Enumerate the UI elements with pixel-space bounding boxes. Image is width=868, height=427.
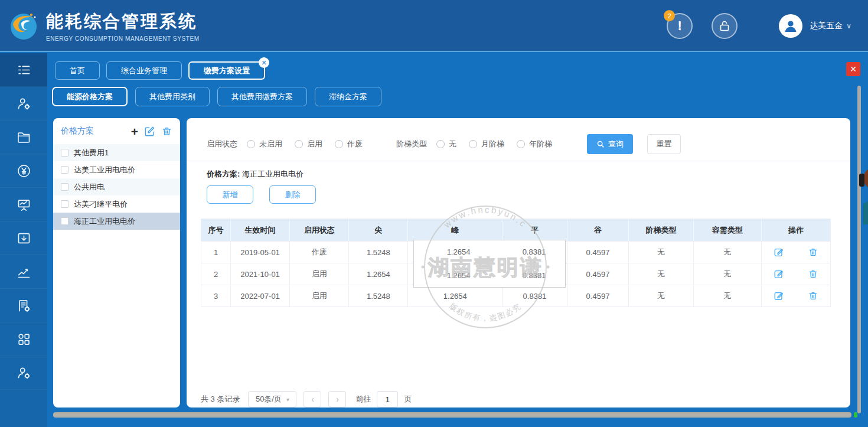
radio-icon[interactable] — [469, 140, 477, 148]
record-count: 共 3 条记录 — [201, 394, 240, 405]
table-row: 3 2022-07-01 启用 1.5248 1.2654 0.8381 0.4… — [201, 285, 830, 307]
radio-icon[interactable] — [517, 140, 525, 148]
radio-tier-none[interactable]: 无 — [436, 139, 456, 149]
add-button[interactable]: 新增 — [207, 185, 253, 204]
sidebar-item-report[interactable] — [0, 255, 47, 289]
subtab-label: 滞纳金方案 — [329, 92, 367, 102]
radio-icon[interactable] — [436, 140, 445, 148]
document-gear-icon — [16, 298, 32, 314]
edit-row-icon[interactable] — [774, 269, 784, 279]
subtab-energy-price-plan[interactable]: 能源价格方案 — [52, 87, 128, 106]
radio-label: 作废 — [347, 139, 363, 149]
col-header: 阶梯类型 — [629, 219, 694, 241]
delete-row-icon[interactable] — [808, 291, 818, 301]
overlay-value: 1.2654 — [414, 240, 503, 264]
sidebar-item-settings-doc[interactable] — [0, 289, 47, 322]
support-agent-icon — [859, 163, 868, 224]
reset-button[interactable]: 重置 — [647, 134, 681, 154]
cell: 无 — [694, 242, 762, 263]
next-page-button[interactable]: › — [328, 391, 346, 408]
sidebar-item-import[interactable] — [0, 221, 47, 255]
horizontal-scrollbar[interactable] — [53, 412, 851, 418]
app-title-block: 能耗综合管理系统 ENERGY CONSUMPTION MANAGEMENT S… — [46, 10, 200, 42]
plan-item-label: 海正工业用电电价 — [74, 216, 135, 227]
add-plan-icon[interactable]: + — [131, 125, 138, 138]
delete-plan-icon[interactable] — [161, 126, 172, 137]
app-logo-icon — [7, 9, 40, 42]
sidebar-item-price[interactable] — [0, 154, 47, 188]
subtab-other-fee-payment-plan[interactable]: 其他费用缴费方案 — [217, 87, 307, 106]
menu-icon — [16, 62, 32, 78]
close-page-button[interactable]: ✕ — [846, 62, 860, 76]
edit-plan-icon[interactable] — [144, 126, 155, 137]
grid-apps-icon — [16, 331, 32, 347]
checkbox[interactable] — [61, 217, 68, 225]
page-size-select[interactable]: 50条/页 ▾ — [248, 391, 296, 408]
radio-icon[interactable] — [295, 140, 303, 148]
plan-list-item[interactable]: 其他费用1 — [53, 144, 180, 161]
lock-button[interactable] — [712, 13, 738, 39]
customer-service-widget[interactable] — [859, 163, 868, 224]
radio-label: 启用 — [307, 139, 322, 149]
notification-button[interactable]: ! 2 — [667, 13, 693, 39]
tab-home[interactable]: 首页 — [55, 61, 100, 80]
sidebar-item-apps[interactable] — [0, 322, 47, 356]
sidebar-item-user-gear-2[interactable] — [0, 356, 47, 390]
user-gear-icon — [16, 365, 32, 381]
scrollbar-end-accent — [854, 412, 857, 418]
subtab-late-fee-plan[interactable]: 滞纳金方案 — [315, 87, 381, 106]
tab-close-icon[interactable]: ✕ — [259, 57, 269, 68]
col-header: 操作 — [762, 219, 830, 241]
radio-enabled[interactable]: 启用 — [295, 139, 322, 149]
vertical-scrollbar[interactable] — [857, 86, 861, 413]
plan-list-item[interactable]: 公共用电 — [53, 178, 180, 195]
sidebar-item-dashboard[interactable] — [0, 188, 47, 221]
radio-tier-month[interactable]: 月阶梯 — [469, 139, 504, 149]
caret-down-icon: ▾ — [286, 396, 289, 403]
delete-row-icon[interactable] — [808, 247, 818, 257]
cell: 启用 — [290, 285, 349, 307]
query-button[interactable]: 查询 — [587, 134, 633, 154]
cell: 2021-10-01 — [231, 263, 290, 285]
header-right: ! 2 达美五金 ∨ — [667, 0, 851, 52]
row-actions — [762, 242, 830, 263]
price-plan-list: 其他费用1 达美工业用电电价 公共用电 达美刁继平电价 海正工业用电电价 — [53, 144, 180, 230]
yen-circle-icon — [16, 163, 32, 179]
tier-type-label: 阶梯类型 — [396, 139, 427, 149]
row-actions — [762, 263, 830, 285]
radio-not-enabled[interactable]: 未启用 — [247, 139, 282, 149]
subtab-label: 其他费用类别 — [149, 92, 195, 102]
radio-tier-year[interactable]: 年阶梯 — [517, 139, 552, 149]
checkbox[interactable] — [61, 149, 68, 157]
user-icon — [783, 18, 798, 34]
plan-list-item[interactable]: 达美刁继平电价 — [53, 195, 180, 213]
radio-voided[interactable]: 作废 — [335, 139, 363, 149]
current-plan-label: 价格方案: — [207, 170, 240, 178]
tab-payment-plan-settings[interactable]: 缴费方案设置 ✕ — [188, 61, 265, 80]
subtab-other-fee-category[interactable]: 其他费用类别 — [135, 87, 210, 106]
delete-button[interactable]: 删除 — [269, 185, 316, 204]
plan-list-item-selected[interactable]: 海正工业用电电价 — [53, 213, 180, 230]
edit-row-icon[interactable] — [774, 291, 784, 301]
edit-row-icon[interactable] — [774, 247, 784, 257]
sidebar-item-menu[interactable] — [0, 53, 47, 87]
checkbox[interactable] — [61, 200, 68, 208]
radio-icon[interactable] — [247, 140, 255, 148]
prev-page-button[interactable]: ‹ — [304, 391, 321, 408]
chevron-down-icon[interactable]: ∨ — [846, 22, 851, 30]
sidebar-item-folder[interactable] — [0, 120, 47, 154]
user-avatar[interactable] — [779, 14, 802, 38]
checkbox[interactable] — [61, 183, 68, 191]
price-plan-panel-title: 价格方案 — [61, 126, 131, 136]
cell: 0.4597 — [567, 242, 629, 263]
tab-business-mgmt[interactable]: 综合业务管理 — [106, 61, 182, 80]
radio-icon[interactable] — [335, 140, 343, 148]
checkbox[interactable] — [61, 166, 68, 174]
plan-list-item[interactable]: 达美工业用电电价 — [53, 161, 180, 178]
delete-row-icon[interactable] — [808, 269, 818, 279]
col-header: 序号 — [201, 219, 231, 241]
page-number-input[interactable] — [377, 391, 398, 408]
username[interactable]: 达美五金 — [810, 21, 843, 31]
plan-item-label: 达美刁继平电价 — [74, 199, 128, 210]
sidebar-item-user-gear[interactable] — [0, 87, 47, 120]
